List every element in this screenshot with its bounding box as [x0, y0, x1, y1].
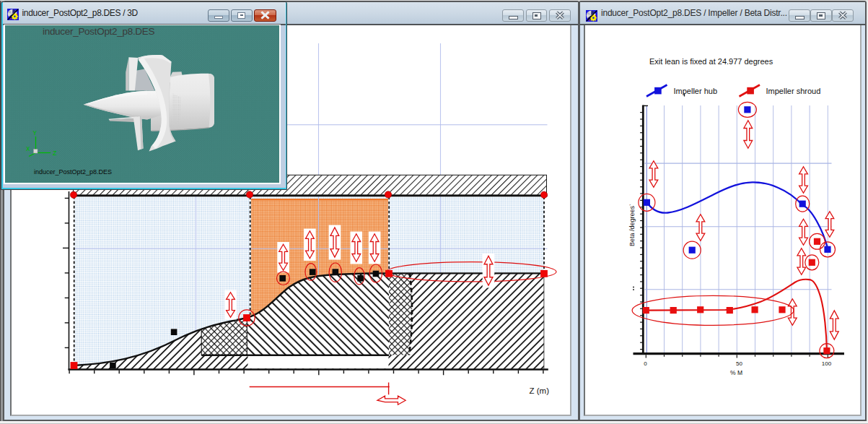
- svg-text:inducer_PostOpt2_p8.DES: inducer_PostOpt2_p8.DES: [43, 26, 154, 37]
- svg-text:Z: Z: [53, 150, 57, 157]
- svg-text:% M: % M: [730, 369, 742, 376]
- svg-text:Exit lean is fixed at 24.977 d: Exit lean is fixed at 24.977 degrees: [649, 57, 773, 66]
- svg-text:Impeller hub: Impeller hub: [673, 87, 717, 95]
- svg-text:Z (m): Z (m): [530, 386, 550, 395]
- svg-text:X: X: [26, 146, 30, 153]
- svg-text:Beta /degrees`: Beta /degrees`: [628, 204, 635, 246]
- svg-text:Impeller shroud: Impeller shroud: [766, 87, 820, 95]
- svg-text:inducer_PostOpt2_p8.DES: inducer_PostOpt2_p8.DES: [34, 168, 112, 176]
- svg-text:50: 50: [736, 360, 742, 367]
- svg-text:0: 0: [644, 360, 647, 367]
- svg-text:100: 100: [821, 360, 831, 367]
- svg-text:Y: Y: [33, 130, 38, 137]
